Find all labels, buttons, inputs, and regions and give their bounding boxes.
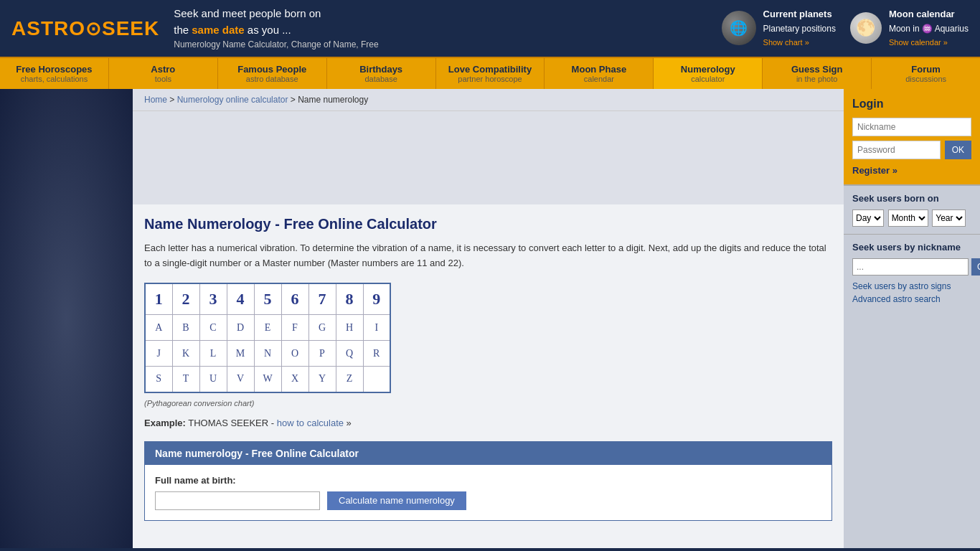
logo[interactable]: ASTRO⊙SEEK — [11, 17, 159, 40]
calculator-box-header: Name numerology - Free Online Calculator — [145, 442, 831, 465]
nav-forum[interactable]: Forum discussions — [872, 58, 980, 89]
chart-row-3: S T U V W X Y Z — [145, 367, 390, 392]
calculate-button[interactable]: Calculate name numerology — [327, 491, 466, 510]
breadcrumb: Home > Numerology online calculator > Na… — [133, 89, 844, 111]
seek-by-astro-signs-link[interactable]: Seek users by astro signs — [852, 281, 971, 291]
right-sidebar: Login OK Register » Seek users born on D… — [844, 89, 980, 548]
main-nav: Free Horoscopes charts, calculations Ast… — [0, 57, 980, 89]
nickname-search-input[interactable] — [852, 258, 969, 276]
login-title: Login — [852, 98, 971, 110]
full-name-label: Full name at birth: — [155, 475, 821, 486]
nav-moon-phase[interactable]: Moon Phase calendar — [545, 58, 654, 89]
seek-nickname-title: Seek users by nickname — [852, 242, 971, 253]
page-layout: Home > Numerology online calculator > Na… — [0, 89, 980, 548]
planet-icon: 🌐 — [722, 11, 756, 45]
chart-row-1: A B C D E F G H I — [145, 315, 390, 341]
nickname-input[interactable] — [852, 118, 971, 136]
moon-calendar-section: 🌕 Moon calendar Moon in ♒ Aquarius Show … — [850, 7, 969, 50]
chart-row-2: J K L M N O P Q R — [145, 341, 390, 367]
nav-guess-sign[interactable]: Guess Sign in the photo — [763, 58, 872, 89]
advanced-astro-search-link[interactable]: Advanced astro search — [852, 294, 971, 304]
breadcrumb-numerology[interactable]: Numerology online calculator — [177, 95, 288, 105]
how-to-calculate-link[interactable]: how to calculate — [277, 418, 344, 428]
logo-astro: ASTRO — [11, 17, 85, 39]
nav-free-horoscopes[interactable]: Free Horoscopes charts, calculations — [0, 58, 109, 89]
logo-circle-icon: ⊙ — [85, 18, 102, 39]
year-select[interactable]: Year — [932, 209, 966, 227]
logo-seek: SEEK — [102, 17, 159, 39]
breadcrumb-home[interactable]: Home — [144, 95, 167, 105]
day-select[interactable]: Day — [852, 209, 884, 227]
nav-love-compatibility[interactable]: Love Compatibility partner horoscope — [436, 58, 545, 89]
pythagorean-chart: 1 2 3 4 5 6 7 8 9 A B C D E F G — [144, 283, 391, 393]
full-name-input[interactable] — [155, 491, 320, 510]
header-tagline: Seek and meet people born on the same da… — [174, 6, 707, 51]
show-calendar-link[interactable]: Show calendar » — [889, 38, 948, 47]
login-ok-button[interactable]: OK — [945, 141, 971, 159]
page-title: Name Numerology - Free Online Calculator — [144, 216, 832, 232]
moon-icon: 🌕 — [850, 12, 882, 44]
example-line: Example: THOMAS SEEKER - how to calculat… — [144, 418, 832, 428]
login-box: Login OK Register » — [844, 89, 980, 184]
chart-caption: (Pythagorean conversion chart) — [144, 399, 832, 408]
nav-birthdays[interactable]: Birthdays database — [327, 58, 436, 89]
password-input[interactable] — [852, 141, 941, 159]
left-background — [0, 89, 133, 548]
chart-numbers-row: 1 2 3 4 5 6 7 8 9 — [145, 283, 390, 315]
nav-famous-people[interactable]: Famous People astro database — [218, 58, 327, 89]
nickname-search-button[interactable]: OK — [971, 258, 980, 276]
month-select[interactable]: Month — [888, 209, 928, 227]
seek-born-box: Seek users born on Day Month Year — [844, 184, 980, 234]
main-content: Home > Numerology online calculator > Na… — [133, 89, 844, 548]
calculator-box-body: Full name at birth: Calculate name numer… — [145, 465, 831, 520]
nav-numerology[interactable]: Numerology calculator — [654, 58, 763, 89]
page-content: Name Numerology - Free Online Calculator… — [133, 204, 844, 544]
show-chart-link[interactable]: Show chart » — [763, 38, 809, 47]
advertisement-area — [133, 111, 844, 204]
current-planets-section: 🌐 Current planets Planetary positions Sh… — [722, 7, 836, 50]
seek-nickname-box: Seek users by nickname OK Seek users by … — [844, 234, 980, 314]
seek-born-title: Seek users born on — [852, 193, 971, 204]
calculator-box: Name numerology - Free Online Calculator… — [144, 441, 832, 521]
site-header: ASTRO⊙SEEK Seek and meet people born on … — [0, 0, 980, 57]
nav-astro[interactable]: Astro tools — [109, 58, 218, 89]
intro-text: Each letter has a numerical vibration. T… — [144, 241, 832, 271]
register-link[interactable]: Register » — [852, 165, 897, 176]
